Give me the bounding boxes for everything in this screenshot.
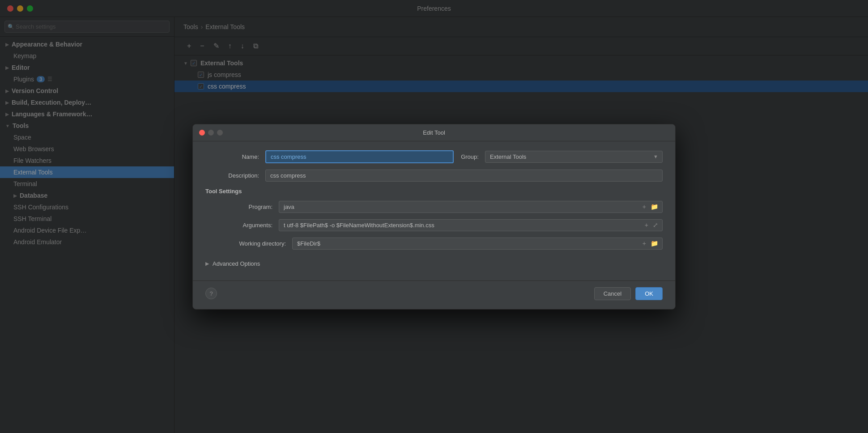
name-group-row: Name: Group: External Tools ▼ bbox=[205, 150, 663, 163]
name-input[interactable] bbox=[265, 150, 454, 163]
advanced-options-label: Advanced Options bbox=[213, 260, 260, 267]
description-label: Description: bbox=[205, 172, 259, 179]
working-dir-row: Working directory: + 📁 bbox=[205, 238, 663, 250]
help-button[interactable]: ? bbox=[205, 288, 217, 299]
arguments-field-actions: + ⤢ bbox=[643, 221, 662, 229]
arguments-add-button[interactable]: + bbox=[643, 221, 650, 229]
program-add-button[interactable]: + bbox=[641, 202, 647, 211]
working-dir-add-button[interactable]: + bbox=[641, 239, 647, 248]
group-select-wrapper: External Tools ▼ bbox=[485, 151, 663, 163]
chevron-right-icon: ▶ bbox=[205, 261, 209, 267]
ok-button[interactable]: OK bbox=[635, 287, 663, 300]
modal-traffic-lights bbox=[199, 130, 223, 136]
modal-title: Edit Tool bbox=[423, 129, 445, 136]
group-select[interactable]: External Tools bbox=[485, 151, 663, 163]
program-row: Program: + 📁 bbox=[205, 201, 663, 213]
advanced-options-row[interactable]: ▶ Advanced Options bbox=[205, 256, 663, 272]
program-input[interactable] bbox=[279, 201, 641, 212]
description-row: Description: bbox=[205, 170, 663, 182]
arguments-row: Arguments: + ⤢ bbox=[205, 219, 663, 231]
modal-body: Name: Group: External Tools ▼ Descriptio… bbox=[193, 141, 675, 280]
edit-tool-dialog: Edit Tool Name: Group: External Tools ▼ … bbox=[192, 124, 676, 310]
arguments-input[interactable] bbox=[279, 220, 643, 231]
program-field-actions: + 📁 bbox=[641, 202, 662, 211]
working-dir-browse-button[interactable]: 📁 bbox=[649, 239, 660, 248]
name-label: Name: bbox=[205, 153, 259, 160]
working-dir-field-actions: + 📁 bbox=[641, 239, 662, 248]
working-dir-input[interactable] bbox=[293, 238, 641, 249]
working-dir-label: Working directory: bbox=[219, 240, 286, 247]
arguments-label: Arguments: bbox=[219, 222, 272, 229]
tool-settings-label: Tool Settings bbox=[205, 188, 663, 195]
modal-title-bar: Edit Tool bbox=[193, 124, 675, 141]
description-input[interactable] bbox=[265, 170, 663, 182]
program-field-wrapper: + 📁 bbox=[279, 201, 663, 213]
group-label: Group: bbox=[461, 153, 479, 160]
program-browse-button[interactable]: 📁 bbox=[649, 202, 660, 211]
working-dir-field-wrapper: + 📁 bbox=[292, 238, 663, 250]
cancel-button[interactable]: Cancel bbox=[594, 287, 631, 300]
modal-footer: ? Cancel OK bbox=[193, 280, 675, 309]
arguments-field-wrapper: + ⤢ bbox=[279, 219, 663, 231]
program-label: Program: bbox=[219, 204, 272, 210]
modal-minimize-button[interactable] bbox=[208, 130, 214, 136]
arguments-expand-button[interactable]: ⤢ bbox=[651, 221, 660, 229]
modal-overlay: Edit Tool Name: Group: External Tools ▼ … bbox=[0, 0, 868, 433]
modal-close-button[interactable] bbox=[199, 130, 205, 136]
modal-maximize-button[interactable] bbox=[217, 130, 223, 136]
